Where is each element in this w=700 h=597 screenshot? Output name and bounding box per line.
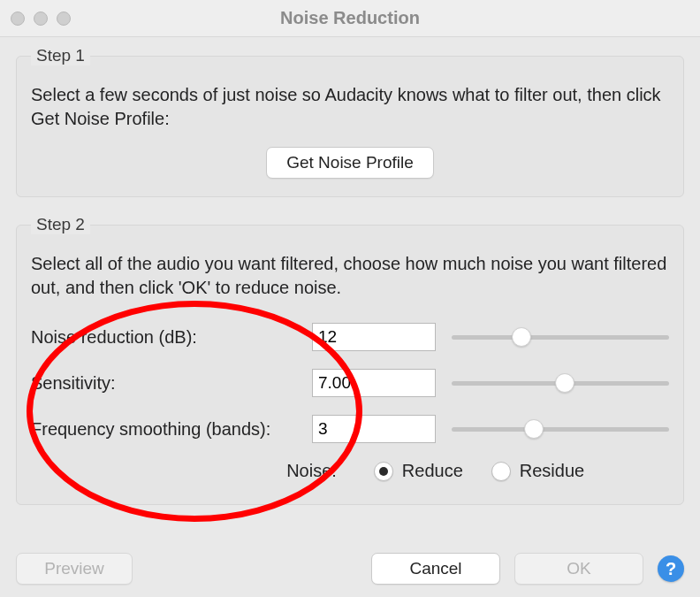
minimize-icon[interactable] [34,11,48,26]
slider-thumb[interactable] [555,373,574,393]
slider-thumb[interactable] [512,327,531,347]
content: Step 1 Select a few seconds of just nois… [0,37,700,505]
slider-track [452,381,669,386]
action-bar: Preview Cancel OK ? [16,553,684,585]
close-icon[interactable] [11,11,25,26]
cancel-button[interactable]: Cancel [371,553,500,585]
noise-residue-label: Residue [520,461,584,481]
noise-reduction-slider[interactable] [452,327,669,347]
step1-group: Step 1 Select a few seconds of just nois… [16,46,684,197]
sensitivity-slider[interactable] [452,373,669,393]
get-noise-profile-button[interactable]: Get Noise Profile [266,147,434,179]
freq-smoothing-slider[interactable] [452,419,669,439]
noise-residue-option[interactable]: Residue [491,461,584,481]
zoom-icon[interactable] [57,11,71,26]
radio-icon[interactable] [374,462,393,481]
noise-mode-label: Noise: [116,461,346,481]
step2-legend: Step 2 [31,215,90,234]
preview-button[interactable]: Preview [16,553,133,585]
noise-reduce-option[interactable]: Reduce [374,461,463,481]
step1-legend: Step 1 [31,46,90,65]
step2-group: Step 2 Select all of the audio you want … [16,215,684,505]
sensitivity-label: Sensitivity: [31,373,296,394]
window-controls [11,11,71,26]
slider-thumb[interactable] [524,419,544,439]
window-title: Noise Reduction [0,8,700,28]
step2-description: Select all of the audio you want filtere… [31,252,669,300]
step1-description: Select a few seconds of just noise so Au… [31,83,669,131]
parameter-grid: Noise reduction (dB): Sensitivity: Frequ… [31,323,669,443]
help-icon[interactable]: ? [658,555,684,582]
noise-reduction-label: Noise reduction (dB): [31,327,296,348]
noise-mode-row: Noise: Reduce Residue [31,461,669,481]
ok-button[interactable]: OK [514,553,643,585]
sensitivity-input[interactable] [312,369,436,397]
freq-smoothing-input[interactable] [312,415,436,443]
slider-track [452,427,669,432]
titlebar: Noise Reduction [0,0,700,37]
slider-track [452,335,669,340]
radio-icon[interactable] [491,462,511,481]
noise-reduction-input[interactable] [312,323,436,351]
noise-reduce-label: Reduce [402,461,463,481]
freq-smoothing-label: Frequency smoothing (bands): [31,419,296,440]
